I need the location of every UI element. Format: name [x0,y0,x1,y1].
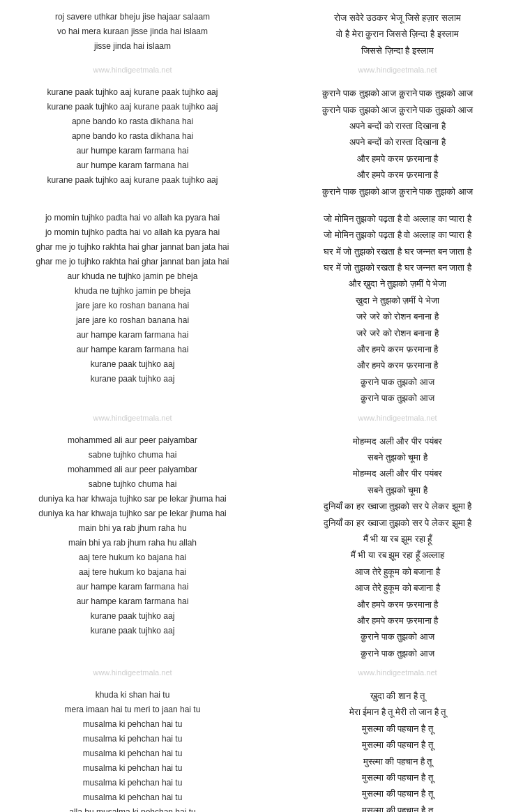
lyric-line-english: aur hampe karam farmana hai [8,328,257,343]
section-gap [0,425,530,430]
section-0-right: रोज सवेरे उठकर भेजू जिसे हज़ार सलामवो है… [265,7,530,61]
lyric-line-hindi: मुसल्मा की पहचान है तू [273,769,522,785]
section-3: mohammed ali aur peer paiyambarsabne tuj… [0,430,530,664]
lyric-line-english: duniya ka har khwaja tujhko sar pe lekar… [8,492,257,506]
lyric-line-english: aaj tere hukum ko bajana hai [8,550,257,565]
lyric-line-hindi: घर में जो तुझको रखता है घर जन्नत बन जाता… [273,260,522,276]
lyric-line-english: ghar me jo tujhko rakhta hai ghar jannat… [8,255,257,269]
lyric-line-english: apne bando ko rasta dikhana hai [8,129,257,144]
lyric-line-english: mohammed ali aur peer paiyambar [8,433,257,448]
lyric-line-hindi: आज तेरे हुकूम को बजाना है [273,580,522,596]
lyric-line-english: musalma ki pehchan hai tu [8,746,257,761]
watermark-left: www.hindigeetmala.net [93,414,172,422]
lyric-line-english: jare jare ko roshan banana hai [8,299,257,313]
lyric-line-english: aaj tere hukum ko bajana hai [8,565,257,580]
lyric-line-hindi: मुसल्मा की पहचान है तू [273,737,522,753]
lyric-line-hindi: आज तेरे हुकूम को बजाना है [273,564,522,580]
lyric-line-hindi: जो मोमिन तुझको पढ़ता है वो अल्लाह का प्य… [273,227,522,243]
lyric-line-english: apne bando ko rasta dikhana hai [8,114,257,129]
lyric-line-hindi: ख़ुदा की शान है तू [273,688,522,704]
lyric-line-hindi: सबने तुझको चूमा है [273,482,522,498]
section-4-left: khuda ki shan hai tumera imaan hai tu me… [0,685,265,812]
section-gap [0,202,530,208]
section-4: khuda ki shan hai tumera imaan hai tu me… [0,685,530,812]
lyric-line-hindi: क़ुराने पाक तुझको आज क़ुराने पाक तुझको आ… [273,183,522,200]
lyric-line-hindi: क़ुराने पाक तुझको आज क़ुराने पाक तुझको आ… [273,85,522,101]
lyric-line-english: jare jare ko roshan banana hai [8,313,257,328]
lyric-line-hindi: जरे जरे को रोशन बनाना है [273,325,522,341]
lyric-line-english: kurane paak tujhko aaj kurane paak tujhk… [8,173,257,188]
watermark-row: www.hindigeetmala.netwww.hindigeetmala.n… [0,61,530,77]
section-3-right: मोहम्मद अली और पीर पयंबरसबने तुझको चूमा … [265,430,530,664]
lyric-line-hindi: घर में जो तुझको रखता है घर जन्नत बन जाता… [273,243,522,260]
lyric-line-english: kurane paak tujhko aaj [8,357,257,372]
lyric-line-english: kurane paak tujhko aaj kurane paak tujhk… [8,85,257,100]
watermark-left: www.hindigeetmala.net [93,668,172,677]
lyric-line-hindi: और हमपे करम फ़रमाना है [273,341,522,357]
section-4-right: ख़ुदा की शान है तूमेरा ईमान है तू मेरी त… [265,685,530,812]
lyric-line-english: mohammed ali aur peer paiyambar [8,463,257,477]
lyric-line-english: musalma ki pehchan hai tu [8,717,257,732]
lyric-line-english: sabne tujhko chuma hai [8,477,257,492]
lyric-line-english: vo hai mera kuraan jisse jinda hai islaa… [8,24,257,39]
lyric-line-english: ghar me jo tujhko rakhta hai ghar jannat… [8,240,257,255]
lyric-line-english: khuda ne tujhko jamin pe bheja [8,284,257,299]
section-gap [0,679,530,685]
lyric-line-english: aur hampe karam farmana hai [8,580,257,594]
section-1: kurane paak tujhko aaj kurane paak tujhk… [0,82,530,202]
section-3-left: mohammed ali aur peer paiyambarsabne tuj… [0,430,265,664]
lyric-line-hindi: अपने बन्दों को रास्ता दिखाना है [273,134,522,150]
lyric-line-hindi: क़ुराने पाक तुझको आज [273,374,522,390]
lyric-line-hindi: मैं भी या रब झूम रहा हूँ [273,531,522,547]
lyric-line-hindi: मुसल्मा की पहचान है तू [273,802,522,812]
section-1-left: kurane paak tujhko aaj kurane paak tujhk… [0,82,265,202]
lyric-line-english: kurane paak tujhko aaj [8,624,257,638]
lyric-line-english: aur humpe karam farmana hai [8,158,257,173]
section-2-left: jo momin tujhko padta hai vo allah ka py… [0,208,265,409]
lyric-line-hindi: और हमपे करम फ़रमाना है [273,612,522,629]
lyric-line-hindi: क़ुराने पाक तुझको आज क़ुराने पाक तुझको आ… [273,102,522,118]
lyric-line-hindi: क़ुराने पाक तुझको आज [273,645,522,661]
watermark-row: www.hindigeetmala.netwww.hindigeetmala.n… [0,409,530,425]
section-1-right: क़ुराने पाक तुझको आज क़ुराने पाक तुझको आ… [265,82,530,202]
lyric-line-hindi: और हमपे करम फ़रमाना है [273,357,522,373]
lyric-line-hindi: सबने तुझको चूमा है [273,449,522,465]
lyric-line-english: duniya ka har khwaja tujhko sar pe lekar… [8,506,257,521]
lyric-line-hindi: जिससे ज़िन्दा है इस्लाम [273,43,522,59]
lyric-line-english: mera imaan hai tu meri to jaan hai tu [8,702,257,717]
lyric-line-english: jo momin tujhko padta hai vo allah ka py… [8,211,257,225]
lyric-line-hindi: मुसल्मा की पहचान है तू [273,721,522,737]
lyric-line-english: kurane paak tujhko aaj kurane paak tujhk… [8,100,257,114]
lyric-line-english: aur hampe karam farmana hai [8,343,257,357]
lyric-line-hindi: अपने बन्दों को रास्ता दिखाना है [273,118,522,134]
lyric-line-english: jo momin tujhko padta hai vo allah ka py… [8,225,257,240]
lyric-line-hindi: मोहम्मद अली और पीर पयंबर [273,465,522,481]
lyric-line-hindi: और ख़ुदा ने तुझको ज़मीं पे भेजा [273,276,522,292]
lyric-line-hindi: ख़ुदा ने तुझको ज़मीं पे भेजा [273,292,522,308]
lyric-line-english: main bhi ya rab jhum raha hu allah [8,536,257,550]
lyric-line-hindi: रोज सवेरे उठकर भेजू जिसे हज़ार सलाम [273,10,522,26]
section-2: jo momin tujhko padta hai vo allah ka py… [0,208,530,409]
lyric-line-hindi: और हमपे करम फ़रमाना है [273,167,522,183]
lyric-line-english: kurane paak tujhko aaj [8,372,257,386]
lyric-line-english: musalma ki pehchan hai tu [8,776,257,790]
watermark-right: www.hindigeetmala.net [358,414,437,422]
section-0: roj savere uthkar bheju jise hajaar sala… [0,7,530,61]
lyric-line-english: khuda ki shan hai tu [8,688,257,702]
lyric-line-hindi: मोहम्मद अली और पीर पयंबर [273,433,522,449]
lyric-line-hindi: और हमपे करम फ़रमाना है [273,596,522,612]
lyric-line-english: roj savere uthkar bheju jise hajaar sala… [8,10,257,24]
watermark-left: www.hindigeetmala.net [93,66,172,74]
lyric-line-hindi: जो मोमिन तुझको पढ़ता है वो अल्लाह का प्य… [273,211,522,227]
lyric-line-english: musalma ki pehchan hai tu [8,790,257,805]
lyric-line-english: aur humpe karam farmana hai [8,144,257,158]
lyric-line-hindi: दुनियाँ का हर ख्वाजा तुझको सर पे लेकर झू… [273,515,522,531]
lyric-line-english: aur hampe karam farmana hai [8,594,257,609]
lyric-line-english: kurane paak tujhko aaj [8,609,257,624]
watermark-right: www.hindigeetmala.net [358,668,437,677]
lyric-line-english: aur khuda ne tujhko jamin pe bheja [8,269,257,284]
lyric-line-hindi: जरे जरे को रोशन बनाना है [273,308,522,324]
lyric-line-hindi: क़ुराने पाक तुझको आज [273,629,522,645]
lyric-line-english: musalma ki pehchan hai tu [8,732,257,746]
lyrics-page: roj savere uthkar bheju jise hajaar sala… [0,0,530,812]
